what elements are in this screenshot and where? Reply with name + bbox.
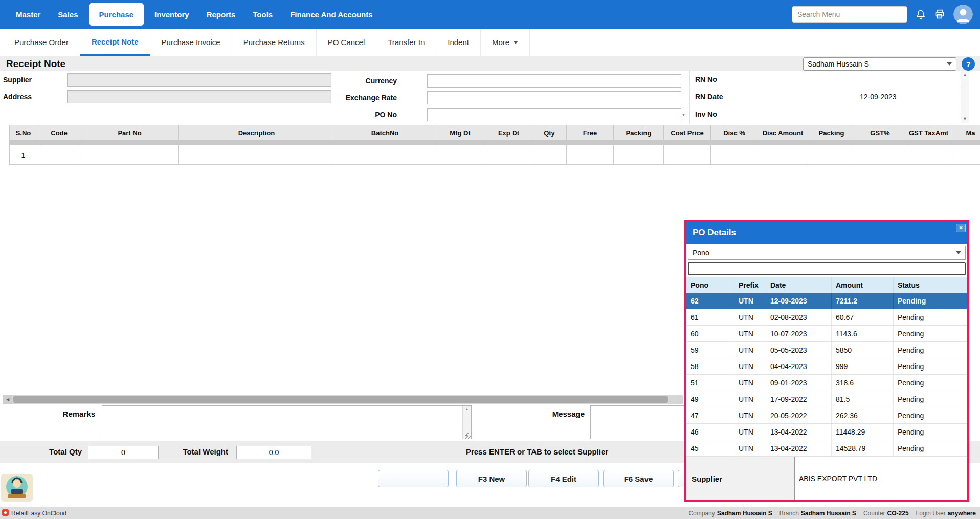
rn-panel-scrollbar[interactable]: ▲ ▼ [961,71,969,123]
po-no-input[interactable] [427,108,681,121]
po-cell-status: Pending [894,293,967,309]
menu-finance-and-accounts[interactable]: Finance And Accounts [281,0,381,29]
tab-purchase-order[interactable]: Purchase Order [3,29,80,56]
grid-cell[interactable] [808,145,855,165]
po-row[interactable]: 62 UTN 12-09-2023 7211.2 Pending [686,293,967,309]
page-title: Receipt Note [6,58,65,70]
po-cell-prefix: UTN [734,407,766,423]
notifications-bell-icon[interactable] [916,9,926,20]
po-row[interactable]: 61 UTN 02-08-2023 60.67 Pending [686,309,967,326]
po-search-input[interactable] [688,262,966,275]
menu-purchase[interactable]: Purchase [89,3,144,26]
po-cell-status: Pending [894,358,967,374]
tab-more[interactable]: More [481,29,530,56]
tab-purchase-invoice[interactable]: Purchase Invoice [150,29,232,56]
user-context-select[interactable]: Sadham Hussain S [803,57,956,71]
user-avatar[interactable] [953,5,973,24]
more-chevron-icon [513,41,518,44]
grid-cell[interactable] [179,145,335,165]
po-row[interactable]: 60 UTN 10-07-2023 1143.6 Pending [686,326,967,342]
spinner-up-icon[interactable]: ▴ [466,407,468,412]
po-row[interactable]: 58 UTN 04-04-2023 999 Pending [686,358,967,375]
grid-cell[interactable] [81,145,179,165]
po-cell-date: 10-07-2023 [766,326,832,341]
po-cell-prefix: UTN [734,326,766,341]
tab-more-label: More [492,38,509,47]
f6-save-button[interactable]: F6 Save [603,470,674,487]
po-no-label: PO No [327,111,397,119]
supplier-input[interactable] [67,73,331,86]
search-input[interactable] [792,6,907,23]
grid-cell[interactable] [711,145,758,165]
grid-cell[interactable] [855,145,905,165]
po-details-title: PO Details [693,228,736,238]
tab-purchase-returns[interactable]: Purchase Returns [232,29,317,56]
po-cell-pono: 60 [686,326,734,341]
remarks-textarea[interactable] [102,405,472,439]
grid-cell[interactable] [435,145,485,165]
scroll-down-icon[interactable]: ▼ [963,116,967,121]
po-row[interactable]: 47 UTN 20-05-2022 262.36 Pending [686,407,967,424]
exchange-rate-label: Exchange Rate [315,94,397,102]
grid-cell[interactable] [952,145,980,165]
grid-cell[interactable] [485,145,532,165]
po-cell-amount: 7211.2 [832,293,894,309]
currency-input[interactable] [427,74,681,88]
f3-new-button[interactable]: F3 New [456,470,527,487]
grid-horizontal-scrollbar[interactable]: ◀ [3,395,683,404]
grid-cell[interactable] [664,145,711,165]
grid-cell[interactable] [758,145,808,165]
grid-cell[interactable] [37,145,81,165]
po-supplier-label: Supplier [686,457,795,500]
select-chevron-icon [956,251,961,254]
print-icon[interactable] [934,9,945,19]
action-button-1[interactable] [378,470,449,487]
scroll-left-icon[interactable]: ◀ [3,395,12,404]
po-row[interactable]: 46 UTN 13-04-2022 11448.29 Pending [686,424,967,440]
inv-no-row: Inv No [690,105,969,123]
menu-inventory[interactable]: Inventory [146,0,198,29]
grid-column-header: Cost Price [664,125,711,140]
po-cell-amount: 60.67 [832,309,894,325]
po-cell-prefix: UTN [734,293,766,309]
po-row[interactable]: 45 UTN 13-04-2022 14528.79 Pending [686,440,967,457]
po-cell-pono: 45 [686,440,734,456]
address-input[interactable] [67,90,331,103]
po-cell-prefix: UTN [734,424,766,440]
grid-cell[interactable] [335,145,435,165]
po-row[interactable]: 51 UTN 09-01-2023 318.6 Pending [686,375,967,391]
menu-sales[interactable]: Sales [49,0,86,29]
po-row[interactable]: 49 UTN 17-09-2022 81.5 Pending [686,391,967,407]
scroll-up-icon[interactable]: ▲ [963,72,967,77]
grid-cell[interactable] [567,145,614,165]
po-row[interactable]: 59 UTN 05-05-2023 5850 Pending [686,342,967,358]
total-weight-input[interactable] [236,446,311,459]
login-user-info: Login User anywhere [916,510,976,517]
menu-tools[interactable]: Tools [244,0,281,29]
total-qty-input[interactable] [88,446,159,459]
grid-cell[interactable] [614,145,664,165]
grid-cell[interactable] [905,145,952,165]
grid-cell[interactable] [532,145,567,165]
resize-grip-icon[interactable] [465,433,471,439]
grid-column-header: Free [567,125,614,140]
po-cell-amount: 14528.79 [832,440,894,456]
tab-po-cancel[interactable]: PO Cancel [317,29,377,56]
grid-column-header: Qty [532,125,567,140]
f4-edit-button[interactable]: F4 Edit [528,470,599,487]
support-chat-widget[interactable] [1,474,33,503]
scrollbar-thumb[interactable] [13,396,668,403]
menu-master[interactable]: Master [7,0,49,29]
menu-reports[interactable]: Reports [198,0,244,29]
help-button[interactable]: ? [962,57,975,71]
po-filter-select[interactable]: Pono [688,246,966,260]
tab-receipt-note[interactable]: Receipt Note [80,29,150,56]
close-icon[interactable]: × [956,224,966,232]
tab-transfer-in[interactable]: Transfer In [376,29,436,56]
tab-indent[interactable]: Indent [436,29,481,56]
exchange-rate-input[interactable] [427,91,681,104]
po-table-header: Pono Prefix Date Amount Status [686,277,967,293]
top-nav: Master Sales Purchase Inventory Reports … [0,0,980,29]
purchase-sub-nav: Purchase Order Receipt Note Purchase Inv… [0,29,980,56]
grid-cell-sno[interactable]: 1 [9,145,37,165]
